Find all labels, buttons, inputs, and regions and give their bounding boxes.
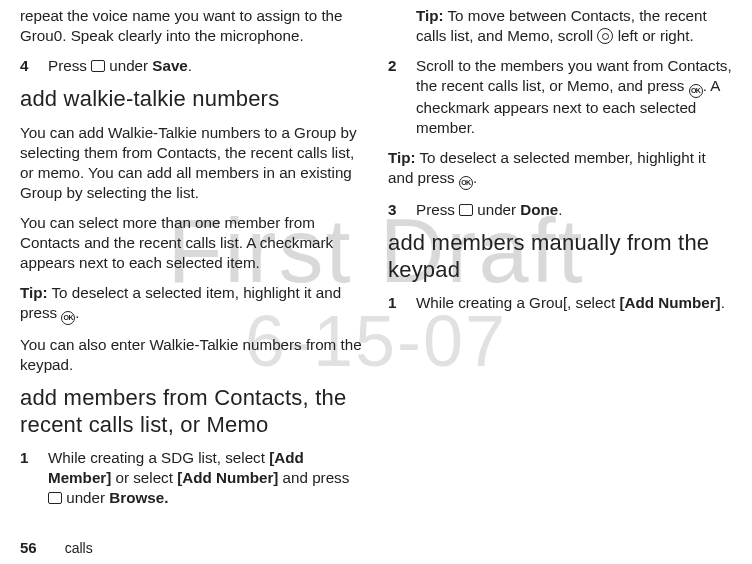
page-content: repeat the voice name you want to assign… [0, 0, 752, 564]
text: While creating a Grou[, select [416, 294, 619, 311]
text: While creating a SDG list, select [48, 449, 269, 466]
label-add-number: [Add Number] [619, 294, 720, 311]
step-number: 1 [388, 293, 402, 313]
softkey-icon [48, 492, 62, 504]
ok-key-icon: OK [459, 176, 473, 190]
label-save: Save [152, 57, 187, 74]
intro-fragment: repeat the voice name you want to assign… [20, 6, 364, 46]
nav-ring-icon [597, 28, 613, 44]
text: Press [416, 201, 459, 218]
text: and press [278, 469, 349, 486]
period: . [721, 294, 725, 311]
left-p3: You can also enter Walkie-Talkie numbers… [20, 335, 364, 375]
tip-label: Tip: [388, 149, 416, 166]
text: under [105, 57, 152, 74]
heading-add-members: add members from Contacts, the recent ca… [20, 385, 364, 438]
left-step-4: 4 Press under Save. [20, 56, 364, 76]
ok-key-icon: OK [61, 311, 75, 325]
text: or select [111, 469, 177, 486]
left-p2: You can select more than one member from… [20, 213, 364, 273]
step-number: 4 [20, 56, 34, 76]
text: To deselect a selected member, highlight… [388, 149, 706, 186]
heading-add-manual: add members manually from the keypad [388, 230, 732, 283]
page-number: 56 [20, 539, 37, 556]
tip-label: Tip: [416, 7, 444, 24]
manual-step-1: 1 While creating a Grou[, select [Add Nu… [388, 293, 732, 313]
label-browse: Browse. [109, 489, 168, 506]
step-number: 2 [388, 56, 402, 138]
softkey-icon [91, 60, 105, 72]
text: left or right. [613, 27, 693, 44]
text: Scroll to the members you want from Cont… [416, 57, 732, 94]
left-tip1: Tip: To deselect a selected item, highli… [20, 283, 364, 325]
tip-label: Tip: [20, 284, 48, 301]
text: Press [48, 57, 91, 74]
heading-add-walkie-talkie: add walkie-talkie numbers [20, 86, 364, 112]
step-number: 3 [388, 200, 402, 220]
period: . [188, 57, 192, 74]
right-step-2: 2 Scroll to the members you want from Co… [388, 56, 732, 138]
ok-key-icon: OK [689, 84, 703, 98]
softkey-icon [459, 204, 473, 216]
right-tip2: Tip: To deselect a selected member, high… [388, 148, 732, 190]
section-name: calls [65, 540, 93, 556]
period: . [75, 304, 79, 321]
text: under [473, 201, 520, 218]
label-done: Done [520, 201, 558, 218]
label-add-number: [Add Number] [177, 469, 278, 486]
text: under [62, 489, 109, 506]
left-p1: You can add Walkie-Talkie numbers to a G… [20, 123, 364, 203]
page-footer: 56calls [20, 539, 93, 556]
right-step-3: 3 Press under Done. [388, 200, 732, 220]
period: . [558, 201, 562, 218]
period: . [473, 169, 477, 186]
